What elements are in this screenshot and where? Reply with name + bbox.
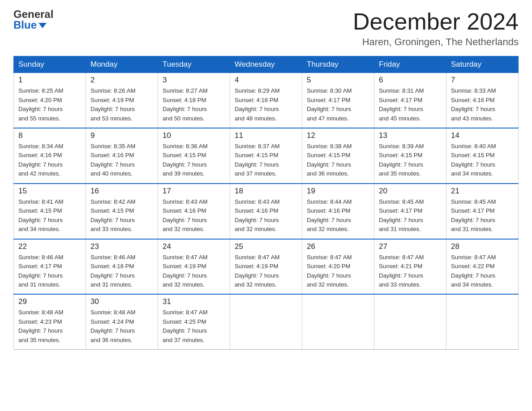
calendar-cell [374, 294, 446, 349]
day-number: 2 [90, 76, 153, 85]
calendar-cell: 25Sunrise: 8:47 AMSunset: 4:19 PMDayligh… [230, 239, 302, 295]
day-number: 8 [18, 131, 81, 140]
logo-blue-text: Blue [13, 20, 37, 30]
day-number: 18 [235, 187, 297, 196]
day-info: Sunrise: 8:31 AMSunset: 4:17 PMDaylight:… [379, 86, 442, 123]
day-number: 19 [307, 187, 369, 196]
day-info: Sunrise: 8:27 AMSunset: 4:18 PMDaylight:… [163, 86, 225, 123]
page-header: General Blue December 2024 Haren, Gronin… [13, 9, 519, 48]
day-info: Sunrise: 8:43 AMSunset: 4:16 PMDaylight:… [163, 197, 225, 234]
calendar-cell: 26Sunrise: 8:47 AMSunset: 4:20 PMDayligh… [302, 239, 374, 295]
day-number: 12 [307, 131, 369, 140]
calendar-cell: 15Sunrise: 8:41 AMSunset: 4:15 PMDayligh… [14, 184, 86, 239]
calendar-cell: 23Sunrise: 8:46 AMSunset: 4:18 PMDayligh… [86, 239, 158, 295]
day-info: Sunrise: 8:42 AMSunset: 4:15 PMDaylight:… [90, 197, 153, 234]
day-info: Sunrise: 8:33 AMSunset: 4:16 PMDaylight:… [451, 86, 514, 123]
day-info: Sunrise: 8:35 AMSunset: 4:16 PMDaylight:… [90, 142, 153, 179]
calendar-cell: 30Sunrise: 8:48 AMSunset: 4:24 PMDayligh… [86, 294, 158, 349]
day-info: Sunrise: 8:41 AMSunset: 4:15 PMDaylight:… [18, 197, 81, 234]
day-number: 9 [90, 131, 153, 140]
calendar-cell: 13Sunrise: 8:39 AMSunset: 4:15 PMDayligh… [374, 128, 446, 184]
calendar-week-row: 29Sunrise: 8:48 AMSunset: 4:23 PMDayligh… [14, 294, 519, 349]
calendar-cell: 4Sunrise: 8:29 AMSunset: 4:18 PMDaylight… [230, 73, 302, 128]
day-info: Sunrise: 8:46 AMSunset: 4:18 PMDaylight:… [90, 253, 153, 290]
day-info: Sunrise: 8:47 AMSunset: 4:22 PMDaylight:… [451, 253, 514, 290]
logo: General Blue [13, 9, 53, 30]
day-number: 14 [451, 131, 514, 140]
calendar-day-header: Friday [374, 56, 446, 73]
calendar-header-row: SundayMondayTuesdayWednesdayThursdayFrid… [14, 56, 519, 73]
calendar-day-header: Wednesday [230, 56, 302, 73]
day-number: 23 [90, 242, 153, 251]
calendar-day-header: Saturday [446, 56, 519, 73]
day-number: 17 [163, 187, 225, 196]
calendar-cell [230, 294, 302, 349]
calendar-cell: 10Sunrise: 8:36 AMSunset: 4:15 PMDayligh… [158, 128, 230, 184]
day-number: 25 [235, 242, 297, 251]
calendar-day-header: Sunday [14, 56, 86, 73]
calendar-cell: 21Sunrise: 8:45 AMSunset: 4:17 PMDayligh… [446, 184, 519, 239]
calendar-cell: 17Sunrise: 8:43 AMSunset: 4:16 PMDayligh… [158, 184, 230, 239]
day-number: 20 [379, 187, 442, 196]
calendar-day-header: Thursday [302, 56, 374, 73]
subtitle: Haren, Groningen, The Netherlands [353, 36, 519, 48]
calendar-cell: 22Sunrise: 8:46 AMSunset: 4:17 PMDayligh… [14, 239, 86, 295]
day-number: 10 [163, 131, 225, 140]
calendar-cell: 16Sunrise: 8:42 AMSunset: 4:15 PMDayligh… [86, 184, 158, 239]
calendar-table: SundayMondayTuesdayWednesdayThursdayFrid… [13, 56, 519, 350]
day-info: Sunrise: 8:47 AMSunset: 4:21 PMDaylight:… [379, 253, 442, 290]
day-number: 7 [451, 76, 514, 85]
calendar-cell [446, 294, 519, 349]
day-info: Sunrise: 8:39 AMSunset: 4:15 PMDaylight:… [379, 142, 442, 179]
day-number: 30 [90, 297, 153, 306]
day-info: Sunrise: 8:47 AMSunset: 4:19 PMDaylight:… [163, 253, 225, 290]
calendar-day-header: Tuesday [158, 56, 230, 73]
calendar-cell: 27Sunrise: 8:47 AMSunset: 4:21 PMDayligh… [374, 239, 446, 295]
day-info: Sunrise: 8:40 AMSunset: 4:15 PMDaylight:… [451, 142, 514, 179]
calendar-cell: 6Sunrise: 8:31 AMSunset: 4:17 PMDaylight… [374, 73, 446, 128]
day-info: Sunrise: 8:30 AMSunset: 4:17 PMDaylight:… [307, 86, 369, 123]
day-number: 1 [18, 76, 81, 85]
title-area: December 2024 Haren, Groningen, The Neth… [353, 9, 519, 48]
main-title: December 2024 [353, 9, 519, 34]
day-info: Sunrise: 8:37 AMSunset: 4:15 PMDaylight:… [235, 142, 297, 179]
day-number: 3 [163, 76, 225, 85]
calendar-week-row: 22Sunrise: 8:46 AMSunset: 4:17 PMDayligh… [14, 239, 519, 295]
calendar-cell: 29Sunrise: 8:48 AMSunset: 4:23 PMDayligh… [14, 294, 86, 349]
day-info: Sunrise: 8:34 AMSunset: 4:16 PMDaylight:… [18, 142, 81, 179]
calendar-cell: 20Sunrise: 8:45 AMSunset: 4:17 PMDayligh… [374, 184, 446, 239]
logo-general-text: General [13, 9, 53, 20]
day-number: 26 [307, 242, 369, 251]
calendar-week-row: 1Sunrise: 8:25 AMSunset: 4:20 PMDaylight… [14, 73, 519, 128]
calendar-cell: 28Sunrise: 8:47 AMSunset: 4:22 PMDayligh… [446, 239, 519, 295]
day-number: 13 [379, 131, 442, 140]
calendar-cell: 1Sunrise: 8:25 AMSunset: 4:20 PMDaylight… [14, 73, 86, 128]
calendar-cell: 18Sunrise: 8:43 AMSunset: 4:16 PMDayligh… [230, 184, 302, 239]
day-info: Sunrise: 8:38 AMSunset: 4:15 PMDaylight:… [307, 142, 369, 179]
calendar-week-row: 8Sunrise: 8:34 AMSunset: 4:16 PMDaylight… [14, 128, 519, 184]
day-info: Sunrise: 8:36 AMSunset: 4:15 PMDaylight:… [163, 142, 225, 179]
calendar-cell: 5Sunrise: 8:30 AMSunset: 4:17 PMDaylight… [302, 73, 374, 128]
day-info: Sunrise: 8:46 AMSunset: 4:17 PMDaylight:… [18, 253, 81, 290]
day-info: Sunrise: 8:26 AMSunset: 4:19 PMDaylight:… [90, 86, 153, 123]
day-number: 29 [18, 297, 81, 306]
day-number: 28 [451, 242, 514, 251]
day-info: Sunrise: 8:45 AMSunset: 4:17 PMDaylight:… [379, 197, 442, 234]
day-number: 15 [18, 187, 81, 196]
calendar-cell: 8Sunrise: 8:34 AMSunset: 4:16 PMDaylight… [14, 128, 86, 184]
day-info: Sunrise: 8:47 AMSunset: 4:25 PMDaylight:… [163, 308, 225, 345]
day-info: Sunrise: 8:29 AMSunset: 4:18 PMDaylight:… [235, 86, 297, 123]
calendar-cell: 12Sunrise: 8:38 AMSunset: 4:15 PMDayligh… [302, 128, 374, 184]
day-info: Sunrise: 8:45 AMSunset: 4:17 PMDaylight:… [451, 197, 514, 234]
day-info: Sunrise: 8:48 AMSunset: 4:23 PMDaylight:… [18, 308, 81, 345]
day-number: 4 [235, 76, 297, 85]
day-number: 27 [379, 242, 442, 251]
day-number: 24 [163, 242, 225, 251]
calendar-cell [302, 294, 374, 349]
logo-triangle-icon [39, 23, 47, 28]
day-info: Sunrise: 8:47 AMSunset: 4:20 PMDaylight:… [307, 253, 369, 290]
calendar-cell: 11Sunrise: 8:37 AMSunset: 4:15 PMDayligh… [230, 128, 302, 184]
day-info: Sunrise: 8:44 AMSunset: 4:16 PMDaylight:… [307, 197, 369, 234]
day-info: Sunrise: 8:25 AMSunset: 4:20 PMDaylight:… [18, 86, 81, 123]
calendar-cell: 9Sunrise: 8:35 AMSunset: 4:16 PMDaylight… [86, 128, 158, 184]
